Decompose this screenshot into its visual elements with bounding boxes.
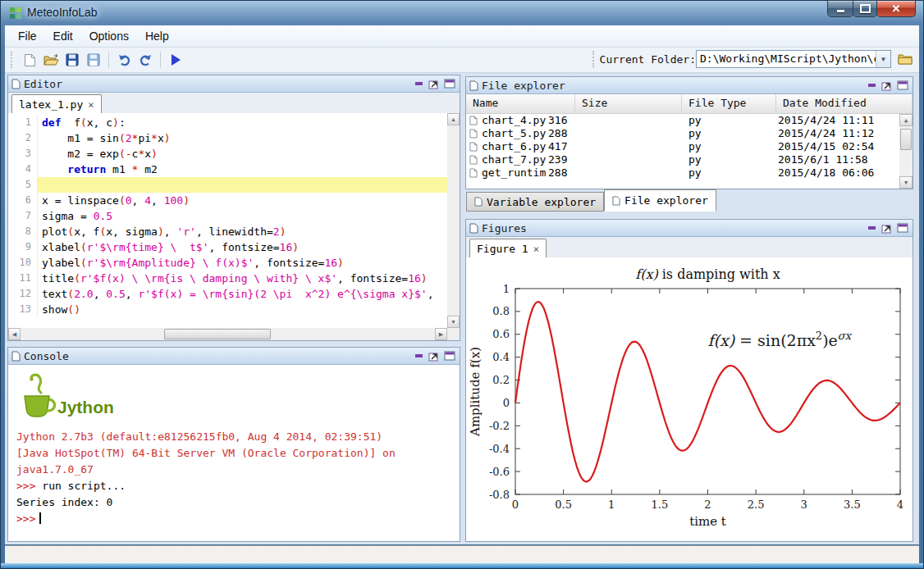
hscroll-thumb[interactable]	[164, 329, 271, 339]
file-cell: 316	[548, 114, 682, 127]
scroll-up-icon[interactable]: ▲	[447, 113, 460, 125]
line-number: 2	[8, 130, 38, 146]
line-number: 7	[8, 208, 38, 224]
file-icon	[469, 129, 478, 139]
new-script-button[interactable]	[20, 50, 39, 70]
column-header-date-modified[interactable]: Date Modified	[776, 94, 913, 113]
line-number: 1	[8, 115, 38, 130]
line-text: x = linspace(0, 4, 100)	[38, 193, 447, 208]
svg-text:time t: time t	[689, 514, 726, 529]
editor-maximize-button[interactable]	[443, 78, 456, 89]
editor-panel-header: Editor	[8, 75, 460, 93]
editor-minimize-button[interactable]	[412, 78, 425, 89]
vscroll-thumb[interactable]	[900, 129, 912, 150]
file-row[interactable]: chart_5.py288py2015/4/24 11:12	[466, 127, 899, 140]
panel-maximize-icon	[444, 79, 455, 89]
code-line-9: 9xlabel(r'$\rm{time} \ t$', fontsize=16)	[8, 239, 447, 255]
figures-minimize-button[interactable]	[865, 222, 878, 234]
menu-item-options[interactable]: Options	[81, 27, 137, 45]
file-explorer-maximize-button[interactable]	[896, 80, 909, 91]
svg-text:-0.2: -0.2	[489, 420, 510, 432]
current-folder-combobox[interactable]: D:\Working\MIScript\Jython\chart ▼	[696, 50, 891, 68]
browse-folder-button[interactable]	[894, 50, 916, 68]
file-cell: get_runtim...	[466, 166, 548, 180]
figures-tabbar: Figure 1 ×	[466, 237, 913, 258]
panel-maximize-icon	[444, 351, 455, 361]
tab-variable-explorer[interactable]: Variable explorer	[466, 192, 604, 212]
app-icon	[9, 7, 22, 20]
file-explorer-minimize-button[interactable]	[865, 80, 878, 91]
figures-float-button[interactable]	[881, 222, 894, 234]
scroll-right-icon[interactable]: ▶	[435, 328, 447, 340]
panel-maximize-icon	[897, 223, 908, 233]
column-header-name[interactable]: Name	[466, 94, 575, 113]
new-file-icon	[24, 53, 36, 67]
open-script-button[interactable]	[41, 50, 61, 70]
console-input-area[interactable]: Jython Jython 2.7b3 (default:e81256215fb…	[8, 365, 460, 541]
console-maximize-button[interactable]	[443, 350, 456, 362]
panel-minimize-icon	[415, 82, 423, 85]
scroll-up-icon[interactable]: ▲	[899, 114, 913, 126]
file-cell: chart_7.py	[466, 153, 548, 166]
file-cell: 2015/4/24 11:12	[776, 127, 899, 140]
dropdown-arrow-icon[interactable]: ▼	[876, 51, 890, 67]
jython-logo-text: Jython	[57, 399, 114, 416]
figures-panel-title: Figures	[482, 222, 862, 234]
scroll-left-icon[interactable]: ◀	[8, 328, 21, 340]
current-folder-value: D:\Working\MIScript\Jython\chart	[697, 51, 876, 67]
code-editor[interactable]: 1def f(x, c):2 m1 = sin(2*pi*x)3 m2 = ex…	[8, 113, 460, 340]
file-cell: py	[682, 114, 776, 127]
editor-vscrollbar[interactable]: ▲ ▼	[447, 113, 460, 328]
svg-text:-0.8: -0.8	[489, 489, 510, 501]
panel-page-icon	[11, 79, 21, 89]
damped-sine-plot: 00.511.522.533.54-0.8-0.6-0.4-0.200.20.4…	[466, 257, 913, 541]
menu-item-edit[interactable]: Edit	[45, 27, 81, 45]
file-row[interactable]: chart_7.py239py2015/6/1 11:58	[466, 153, 899, 166]
scroll-down-icon[interactable]: ▼	[447, 316, 460, 328]
console-float-button[interactable]	[428, 350, 441, 362]
save-button[interactable]	[62, 50, 82, 70]
column-header-size[interactable]: Size	[575, 94, 682, 113]
window-minimize-button[interactable]	[827, 1, 853, 17]
line-number: 12	[8, 286, 38, 302]
panel-page-icon	[11, 351, 21, 362]
file-row[interactable]: get_runtim...288py2015/4/18 06:06	[466, 166, 899, 180]
maximize-icon	[860, 4, 871, 13]
editor-hscrollbar[interactable]: ◀ ▶	[8, 328, 447, 340]
svg-text:f(x) = sin(2πx2)eσx: f(x) = sin(2πx2)eσx	[708, 330, 853, 349]
undo-button[interactable]	[114, 50, 134, 70]
toolbar-separator	[160, 52, 161, 68]
console-minimize-button[interactable]	[412, 350, 425, 362]
code-line-6: 6x = linspace(0, 4, 100)	[8, 193, 447, 208]
tab-close-icon[interactable]: ×	[533, 245, 539, 253]
editor-float-button[interactable]	[428, 78, 441, 89]
toolbar: Current Folder: D:\Working\MIScript\Jyth…	[5, 48, 919, 73]
code-line-4: 4 return m1 * m2	[8, 162, 447, 177]
app-window: MeteoInfoLab ✕ FileEditOptionsHelp	[0, 0, 924, 569]
window-close-button[interactable]: ✕	[876, 1, 916, 17]
editor-tab-latex_1[interactable]: latex_1.py ×	[11, 94, 102, 114]
menu-item-file[interactable]: File	[10, 27, 45, 45]
line-text: plot(x, f(x, sigma), 'r', linewidth=2)	[38, 224, 447, 239]
save-as-icon	[87, 53, 100, 66]
code-line-3: 3 m2 = exp(-c*x)	[8, 146, 447, 162]
save-as-button[interactable]	[84, 50, 103, 70]
figure-canvas[interactable]: 00.511.522.533.54-0.8-0.6-0.4-0.200.20.4…	[466, 257, 913, 541]
menu-item-help[interactable]: Help	[137, 27, 177, 45]
file-explorer-float-button[interactable]	[881, 80, 894, 91]
window-maximize-button[interactable]	[853, 1, 877, 17]
file-cell: chart_6.py	[466, 140, 548, 153]
run-script-button[interactable]	[166, 50, 185, 70]
file-row[interactable]: chart_6.py417py2015/4/15 02:54	[466, 140, 899, 153]
file-table-vscrollbar[interactable]: ▲ ▼	[899, 114, 913, 189]
file-row[interactable]: chart_4.py316py2015/4/24 11:11	[466, 114, 899, 127]
tab-close-icon[interactable]: ×	[88, 101, 94, 109]
figures-maximize-button[interactable]	[896, 222, 909, 234]
column-header-file-type[interactable]: File Type	[682, 94, 776, 113]
redo-button[interactable]	[135, 50, 155, 70]
figure-1-tab[interactable]: Figure 1 ×	[469, 239, 547, 258]
scroll-down-icon[interactable]: ▼	[899, 176, 913, 189]
svg-text:0.2: 0.2	[492, 374, 510, 386]
tab-file-explorer[interactable]: File explorer	[604, 189, 716, 212]
line-text: title(r'$f(x) \ \rm{is \ damping \ with}…	[38, 271, 447, 286]
